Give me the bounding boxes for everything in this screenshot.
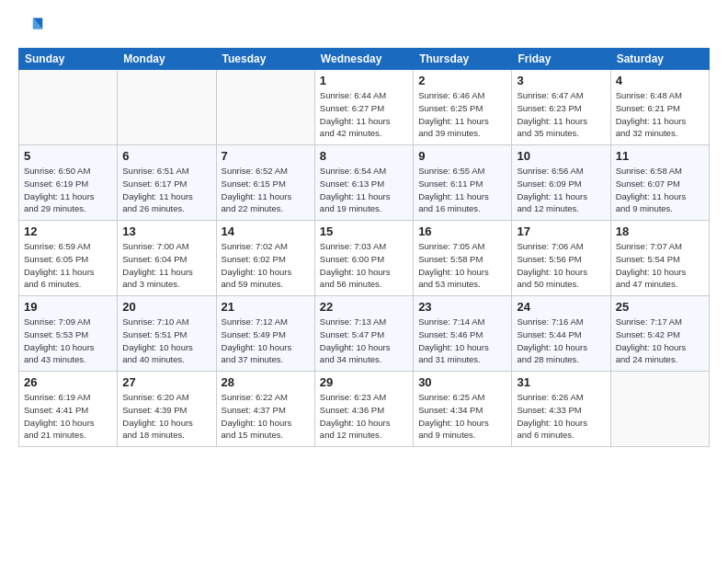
calendar-week-2: 5Sunrise: 6:50 AM Sunset: 6:19 PM Daylig… [19, 145, 710, 221]
calendar-cell: 28Sunrise: 6:22 AM Sunset: 4:37 PM Dayli… [216, 372, 314, 447]
day-header-wednesday: Wednesday [314, 49, 413, 70]
day-info: Sunrise: 7:14 AM Sunset: 5:46 PM Dayligh… [418, 316, 506, 366]
day-info: Sunrise: 6:52 AM Sunset: 6:15 PM Dayligh… [222, 165, 310, 215]
day-number: 2 [418, 74, 506, 87]
day-number: 18 [616, 224, 704, 238]
day-info: Sunrise: 6:22 AM Sunset: 4:37 PM Dayligh… [222, 391, 310, 442]
day-number: 30 [418, 375, 506, 389]
day-info: Sunrise: 6:47 AM Sunset: 6:23 PM Dayligh… [517, 89, 605, 140]
day-info: Sunrise: 6:59 AM Sunset: 6:05 PM Dayligh… [24, 240, 112, 291]
day-info: Sunrise: 6:23 AM Sunset: 4:36 PM Dayligh… [320, 391, 408, 442]
day-number: 16 [418, 224, 506, 238]
day-number: 23 [418, 300, 506, 314]
day-number: 10 [517, 149, 605, 163]
day-number: 20 [122, 300, 210, 314]
day-number: 3 [517, 74, 605, 87]
calendar-cell: 5Sunrise: 6:50 AM Sunset: 6:19 PM Daylig… [19, 145, 118, 221]
calendar-cell: 26Sunrise: 6:19 AM Sunset: 4:41 PM Dayli… [19, 372, 118, 447]
calendar-cell: 14Sunrise: 7:02 AM Sunset: 6:02 PM Dayli… [216, 221, 314, 296]
day-info: Sunrise: 6:50 AM Sunset: 6:19 PM Dayligh… [24, 165, 112, 215]
day-info: Sunrise: 6:19 AM Sunset: 4:41 PM Dayligh… [24, 391, 112, 442]
day-header-tuesday: Tuesday [216, 49, 314, 70]
day-header-thursday: Thursday [414, 49, 512, 70]
day-info: Sunrise: 7:13 AM Sunset: 5:47 PM Dayligh… [320, 316, 408, 366]
day-info: Sunrise: 7:00 AM Sunset: 6:04 PM Dayligh… [122, 240, 210, 291]
day-info: Sunrise: 6:20 AM Sunset: 4:39 PM Dayligh… [122, 391, 210, 442]
calendar-cell: 25Sunrise: 7:17 AM Sunset: 5:42 PM Dayli… [610, 296, 709, 372]
day-number: 14 [222, 224, 310, 238]
calendar-table: SundayMondayTuesdayWednesdayThursdayFrid… [18, 48, 710, 447]
calendar-cell: 4Sunrise: 6:48 AM Sunset: 6:21 PM Daylig… [610, 70, 709, 145]
calendar-cell: 1Sunrise: 6:44 AM Sunset: 6:27 PM Daylig… [314, 70, 413, 145]
calendar-cell: 15Sunrise: 7:03 AM Sunset: 6:00 PM Dayli… [314, 221, 413, 296]
calendar-cell: 30Sunrise: 6:25 AM Sunset: 4:34 PM Dayli… [414, 372, 512, 447]
day-info: Sunrise: 6:46 AM Sunset: 6:25 PM Dayligh… [418, 89, 506, 140]
day-header-saturday: Saturday [610, 49, 709, 70]
day-number: 24 [517, 300, 605, 314]
day-number: 21 [222, 300, 310, 314]
day-number: 19 [24, 300, 112, 314]
calendar-cell: 29Sunrise: 6:23 AM Sunset: 4:36 PM Dayli… [314, 372, 413, 447]
day-number: 29 [320, 375, 408, 389]
calendar-cell: 17Sunrise: 7:06 AM Sunset: 5:56 PM Dayli… [512, 221, 610, 296]
calendar-week-5: 26Sunrise: 6:19 AM Sunset: 4:41 PM Dayli… [19, 372, 710, 447]
calendar-cell: 18Sunrise: 7:07 AM Sunset: 5:54 PM Dayli… [610, 221, 709, 296]
logo-icon [18, 15, 44, 40]
day-number: 31 [517, 375, 605, 389]
day-info: Sunrise: 7:16 AM Sunset: 5:44 PM Dayligh… [517, 316, 605, 366]
calendar-cell [216, 70, 314, 145]
day-number: 22 [320, 300, 408, 314]
day-info: Sunrise: 7:12 AM Sunset: 5:49 PM Dayligh… [222, 316, 310, 366]
calendar-cell: 3Sunrise: 6:47 AM Sunset: 6:23 PM Daylig… [512, 70, 610, 145]
page-header [18, 15, 710, 40]
day-number: 8 [320, 149, 408, 163]
day-info: Sunrise: 7:02 AM Sunset: 6:02 PM Dayligh… [222, 240, 310, 291]
day-info: Sunrise: 6:25 AM Sunset: 4:34 PM Dayligh… [418, 391, 506, 442]
day-number: 28 [222, 375, 310, 389]
day-number: 5 [24, 149, 112, 163]
day-number: 25 [616, 300, 704, 314]
day-info: Sunrise: 7:05 AM Sunset: 5:58 PM Dayligh… [418, 240, 506, 291]
calendar-cell: 21Sunrise: 7:12 AM Sunset: 5:49 PM Dayli… [216, 296, 314, 372]
day-info: Sunrise: 6:58 AM Sunset: 6:07 PM Dayligh… [616, 165, 704, 215]
calendar-cell: 2Sunrise: 6:46 AM Sunset: 6:25 PM Daylig… [414, 70, 512, 145]
day-number: 15 [320, 224, 408, 238]
day-info: Sunrise: 7:07 AM Sunset: 5:54 PM Dayligh… [616, 240, 704, 291]
calendar-header-row: SundayMondayTuesdayWednesdayThursdayFrid… [19, 49, 710, 70]
day-number: 9 [418, 149, 506, 163]
calendar-cell [610, 372, 709, 447]
day-number: 12 [24, 224, 112, 238]
calendar-week-1: 1Sunrise: 6:44 AM Sunset: 6:27 PM Daylig… [19, 70, 710, 145]
day-number: 27 [122, 375, 210, 389]
calendar-cell: 8Sunrise: 6:54 AM Sunset: 6:13 PM Daylig… [314, 145, 413, 221]
day-number: 17 [517, 224, 605, 238]
calendar-cell: 22Sunrise: 7:13 AM Sunset: 5:47 PM Dayli… [314, 296, 413, 372]
day-info: Sunrise: 6:44 AM Sunset: 6:27 PM Dayligh… [320, 89, 408, 140]
calendar-week-4: 19Sunrise: 7:09 AM Sunset: 5:53 PM Dayli… [19, 296, 710, 372]
calendar-cell: 23Sunrise: 7:14 AM Sunset: 5:46 PM Dayli… [414, 296, 512, 372]
calendar-week-3: 12Sunrise: 6:59 AM Sunset: 6:05 PM Dayli… [19, 221, 710, 296]
day-info: Sunrise: 6:51 AM Sunset: 6:17 PM Dayligh… [122, 165, 210, 215]
day-header-sunday: Sunday [19, 49, 118, 70]
day-info: Sunrise: 6:56 AM Sunset: 6:09 PM Dayligh… [517, 165, 605, 215]
calendar-cell: 7Sunrise: 6:52 AM Sunset: 6:15 PM Daylig… [216, 145, 314, 221]
day-info: Sunrise: 7:09 AM Sunset: 5:53 PM Dayligh… [24, 316, 112, 366]
day-number: 13 [122, 224, 210, 238]
day-info: Sunrise: 7:06 AM Sunset: 5:56 PM Dayligh… [517, 240, 605, 291]
day-info: Sunrise: 6:48 AM Sunset: 6:21 PM Dayligh… [616, 89, 704, 140]
calendar-cell: 9Sunrise: 6:55 AM Sunset: 6:11 PM Daylig… [414, 145, 512, 221]
day-header-monday: Monday [118, 49, 216, 70]
day-number: 11 [616, 149, 704, 163]
day-number: 7 [222, 149, 310, 163]
calendar-cell: 12Sunrise: 6:59 AM Sunset: 6:05 PM Dayli… [19, 221, 118, 296]
logo [18, 15, 48, 40]
day-info: Sunrise: 7:03 AM Sunset: 6:00 PM Dayligh… [320, 240, 408, 291]
day-info: Sunrise: 7:17 AM Sunset: 5:42 PM Dayligh… [616, 316, 704, 366]
day-number: 26 [24, 375, 112, 389]
day-info: Sunrise: 6:54 AM Sunset: 6:13 PM Dayligh… [320, 165, 408, 215]
calendar-cell [19, 70, 118, 145]
calendar-cell: 20Sunrise: 7:10 AM Sunset: 5:51 PM Dayli… [118, 296, 216, 372]
calendar-cell: 13Sunrise: 7:00 AM Sunset: 6:04 PM Dayli… [118, 221, 216, 296]
calendar-cell: 31Sunrise: 6:26 AM Sunset: 4:33 PM Dayli… [512, 372, 610, 447]
day-number: 6 [122, 149, 210, 163]
